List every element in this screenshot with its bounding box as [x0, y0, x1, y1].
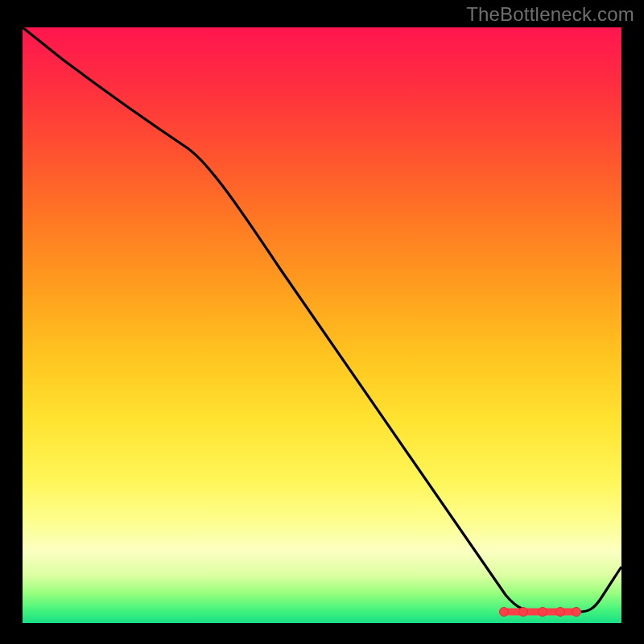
marker-dot: [556, 608, 565, 617]
marker-dot: [572, 608, 581, 617]
plot-area: [23, 27, 621, 623]
optimal-markers: [500, 608, 581, 617]
chart-frame: TheBottleneck.com: [0, 0, 644, 644]
bottleneck-curve: [23, 27, 621, 623]
marker-dot: [519, 608, 528, 617]
attribution-text: TheBottleneck.com: [466, 3, 634, 26]
curve-path: [23, 27, 621, 612]
marker-dot: [500, 608, 509, 617]
marker-dot: [539, 608, 547, 617]
